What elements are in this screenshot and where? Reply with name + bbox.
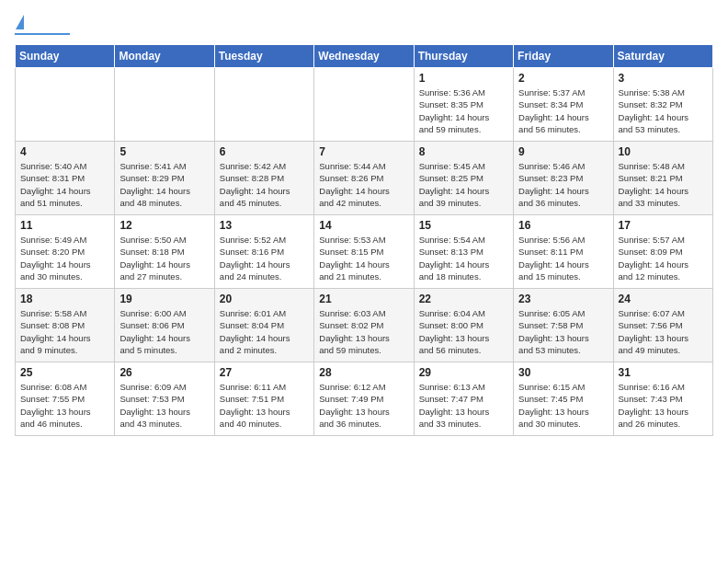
day-number: 6 [220, 145, 309, 158]
day-info: Sunrise: 5:48 AMSunset: 8:21 PMDaylight:… [619, 160, 708, 209]
day-number: 15 [419, 219, 508, 232]
day-info: Sunrise: 5:40 AMSunset: 8:31 PMDaylight:… [20, 160, 109, 209]
day-info: Sunrise: 5:36 AMSunset: 8:35 PMDaylight:… [419, 86, 508, 135]
day-number: 20 [220, 293, 309, 305]
week-row-3: 11Sunrise: 5:49 AMSunset: 8:20 PMDayligh… [16, 215, 713, 289]
day-info: Sunrise: 5:52 AMSunset: 8:16 PMDaylight:… [220, 234, 309, 282]
page-header [15, 15, 713, 35]
day-number: 23 [518, 293, 608, 305]
day-info: Sunrise: 6:05 AMSunset: 7:58 PMDaylight:… [518, 307, 608, 356]
day-cell: 1Sunrise: 5:36 AMSunset: 8:35 PMDaylight… [414, 68, 513, 142]
day-cell: 3Sunrise: 5:38 AMSunset: 8:32 PMDaylight… [613, 68, 712, 142]
day-info: Sunrise: 6:07 AMSunset: 7:56 PMDaylight:… [619, 307, 708, 356]
day-info: Sunrise: 5:37 AMSunset: 8:34 PMDaylight:… [518, 86, 608, 135]
day-number: 31 [619, 366, 708, 379]
day-number: 12 [119, 219, 209, 232]
day-number: 5 [119, 145, 209, 158]
day-number: 14 [319, 219, 408, 232]
day-info: Sunrise: 5:53 AMSunset: 8:15 PMDaylight:… [319, 234, 408, 282]
day-cell: 14Sunrise: 5:53 AMSunset: 8:15 PMDayligh… [314, 215, 414, 289]
day-cell: 31Sunrise: 6:16 AMSunset: 7:43 PMDayligh… [613, 362, 712, 436]
day-cell: 29Sunrise: 6:13 AMSunset: 7:47 PMDayligh… [414, 362, 513, 436]
day-cell: 4Sunrise: 5:40 AMSunset: 8:31 PMDaylight… [16, 142, 115, 215]
day-cell: 26Sunrise: 6:09 AMSunset: 7:53 PMDayligh… [115, 362, 214, 436]
col-header-tuesday: Tuesday [214, 45, 313, 68]
day-info: Sunrise: 6:15 AMSunset: 7:45 PMDaylight:… [518, 381, 608, 430]
day-info: Sunrise: 5:38 AMSunset: 8:32 PMDaylight:… [619, 86, 708, 135]
day-info: Sunrise: 6:04 AMSunset: 8:00 PMDaylight:… [419, 307, 508, 356]
day-cell: 25Sunrise: 6:08 AMSunset: 7:55 PMDayligh… [16, 362, 115, 436]
day-info: Sunrise: 6:11 AMSunset: 7:51 PMDaylight:… [220, 381, 309, 430]
day-number: 4 [20, 145, 109, 158]
day-info: Sunrise: 5:54 AMSunset: 8:13 PMDaylight:… [419, 234, 508, 282]
day-cell: 6Sunrise: 5:42 AMSunset: 8:28 PMDaylight… [214, 142, 313, 215]
day-info: Sunrise: 6:16 AMSunset: 7:43 PMDaylight:… [619, 381, 708, 430]
day-cell: 22Sunrise: 6:04 AMSunset: 8:00 PMDayligh… [414, 289, 513, 362]
day-cell: 12Sunrise: 5:50 AMSunset: 8:18 PMDayligh… [115, 215, 214, 289]
day-number: 13 [220, 219, 309, 232]
week-row-1: 1Sunrise: 5:36 AMSunset: 8:35 PMDaylight… [16, 68, 713, 142]
day-number: 16 [518, 219, 608, 232]
day-info: Sunrise: 6:01 AMSunset: 8:04 PMDaylight:… [220, 307, 309, 356]
day-cell: 23Sunrise: 6:05 AMSunset: 7:58 PMDayligh… [514, 289, 613, 362]
day-number: 25 [20, 366, 109, 379]
day-cell: 8Sunrise: 5:45 AMSunset: 8:25 PMDaylight… [414, 142, 513, 215]
day-cell: 7Sunrise: 5:44 AMSunset: 8:26 PMDaylight… [314, 142, 414, 215]
day-info: Sunrise: 5:42 AMSunset: 8:28 PMDaylight:… [220, 160, 309, 209]
day-number: 7 [319, 145, 408, 158]
day-cell [16, 68, 115, 142]
week-row-4: 18Sunrise: 5:58 AMSunset: 8:08 PMDayligh… [16, 289, 713, 362]
day-info: Sunrise: 6:08 AMSunset: 7:55 PMDaylight:… [20, 381, 109, 430]
day-info: Sunrise: 5:56 AMSunset: 8:11 PMDaylight:… [518, 234, 608, 282]
day-number: 22 [419, 293, 508, 305]
day-cell: 30Sunrise: 6:15 AMSunset: 7:45 PMDayligh… [514, 362, 613, 436]
col-header-thursday: Thursday [414, 45, 513, 68]
day-number: 18 [20, 293, 109, 305]
day-cell: 18Sunrise: 5:58 AMSunset: 8:08 PMDayligh… [16, 289, 115, 362]
day-cell: 21Sunrise: 6:03 AMSunset: 8:02 PMDayligh… [314, 289, 414, 362]
day-info: Sunrise: 5:45 AMSunset: 8:25 PMDaylight:… [419, 160, 508, 209]
day-number: 1 [419, 72, 508, 85]
col-header-wednesday: Wednesday [314, 45, 414, 68]
week-row-2: 4Sunrise: 5:40 AMSunset: 8:31 PMDaylight… [16, 142, 713, 215]
day-cell: 2Sunrise: 5:37 AMSunset: 8:34 PMDaylight… [514, 68, 613, 142]
day-cell: 16Sunrise: 5:56 AMSunset: 8:11 PMDayligh… [514, 215, 613, 289]
day-number: 8 [419, 145, 508, 158]
col-header-saturday: Saturday [613, 45, 712, 68]
day-number: 19 [119, 293, 209, 305]
day-number: 17 [619, 219, 708, 232]
day-cell [214, 68, 313, 142]
day-info: Sunrise: 5:58 AMSunset: 8:08 PMDaylight:… [20, 307, 109, 356]
col-header-monday: Monday [115, 45, 214, 68]
day-number: 2 [518, 72, 608, 85]
day-number: 27 [220, 366, 309, 379]
day-cell: 9Sunrise: 5:46 AMSunset: 8:23 PMDaylight… [514, 142, 613, 215]
day-cell: 27Sunrise: 6:11 AMSunset: 7:51 PMDayligh… [214, 362, 313, 436]
day-info: Sunrise: 6:09 AMSunset: 7:53 PMDaylight:… [119, 381, 209, 430]
day-cell: 24Sunrise: 6:07 AMSunset: 7:56 PMDayligh… [613, 289, 712, 362]
day-info: Sunrise: 5:44 AMSunset: 8:26 PMDaylight:… [319, 160, 408, 209]
day-info: Sunrise: 6:13 AMSunset: 7:47 PMDaylight:… [419, 381, 508, 430]
day-info: Sunrise: 5:49 AMSunset: 8:20 PMDaylight:… [20, 234, 109, 282]
day-info: Sunrise: 5:57 AMSunset: 8:09 PMDaylight:… [619, 234, 708, 282]
day-cell: 19Sunrise: 6:00 AMSunset: 8:06 PMDayligh… [115, 289, 214, 362]
day-number: 11 [20, 219, 109, 232]
day-info: Sunrise: 6:12 AMSunset: 7:49 PMDaylight:… [319, 381, 408, 430]
day-cell: 20Sunrise: 6:01 AMSunset: 8:04 PMDayligh… [214, 289, 313, 362]
logo [15, 15, 70, 35]
day-cell: 5Sunrise: 5:41 AMSunset: 8:29 PMDaylight… [115, 142, 214, 215]
day-number: 28 [319, 366, 408, 379]
day-cell: 28Sunrise: 6:12 AMSunset: 7:49 PMDayligh… [314, 362, 414, 436]
col-header-sunday: Sunday [16, 45, 115, 68]
day-number: 21 [319, 293, 408, 305]
day-cell [115, 68, 214, 142]
col-header-friday: Friday [514, 45, 613, 68]
day-number: 9 [518, 145, 608, 158]
day-number: 3 [619, 72, 708, 85]
day-cell: 17Sunrise: 5:57 AMSunset: 8:09 PMDayligh… [613, 215, 712, 289]
day-number: 29 [419, 366, 508, 379]
day-info: Sunrise: 5:50 AMSunset: 8:18 PMDaylight:… [119, 234, 209, 282]
day-number: 24 [619, 293, 708, 305]
day-cell [314, 68, 414, 142]
calendar-table: SundayMondayTuesdayWednesdayThursdayFrid… [15, 44, 713, 436]
